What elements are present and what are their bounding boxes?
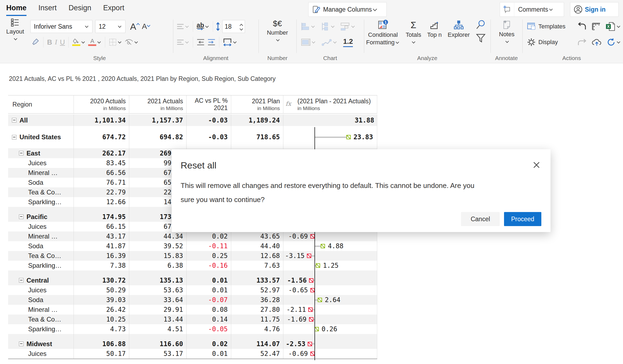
redo-button[interactable] (576, 36, 588, 48)
actuals-2020-cell[interactable]: 41.87 (74, 241, 129, 251)
region-cell[interactable]: Tea & Co… (8, 251, 74, 261)
row-height-input[interactable]: 18 (222, 20, 245, 33)
resize-button[interactable] (590, 21, 602, 32)
filter-button[interactable] (476, 34, 486, 43)
templates-button[interactable]: Templates (526, 21, 574, 32)
ac-vs-pl-cell[interactable]: 0.14 (187, 315, 231, 324)
region-cell[interactable]: Mineral … (8, 305, 74, 315)
variance-chart-cell[interactable]: 23.83 (283, 126, 377, 148)
font-color-button[interactable]: A (87, 36, 103, 48)
plan-2021-cell[interactable]: 52.47 (231, 349, 283, 359)
plan-2021-cell[interactable]: 36.28 (231, 295, 283, 305)
actuals-2021-cell[interactable]: 44.34 (129, 231, 187, 241)
italic-button[interactable]: I (54, 36, 59, 48)
ac-vs-pl-cell[interactable]: -0.07 (187, 295, 231, 305)
clear-formatting-button[interactable] (123, 36, 140, 48)
region-cell[interactable]: Juices (8, 158, 74, 168)
actuals-2021-cell[interactable]: 1,157.37 (129, 114, 187, 126)
table-row[interactable]: Sparkling…7.386.38-0.167.631.25 (8, 261, 377, 270)
ac-vs-pl-cell[interactable]: -0.03 (187, 114, 231, 126)
actuals-2020-cell[interactable]: 7.38 (74, 261, 129, 270)
actuals-2021-cell[interactable]: 116.60 (129, 339, 187, 349)
header-ac-vs-pl[interactable]: AC vs PL %2021 (187, 95, 231, 113)
hierarchy-chart-button[interactable] (319, 21, 336, 32)
sync-button[interactable] (605, 36, 622, 48)
table-row[interactable]: Midwest106.88116.600.02114.07-2.53 (8, 339, 377, 349)
actuals-2021-cell[interactable]: 29.91 (129, 305, 187, 315)
table-row[interactable]: Central130.72135.130.01133.57-1.56 (8, 275, 377, 285)
actuals-2021-cell[interactable]: 135.13 (129, 275, 187, 285)
column-width-button[interactable] (221, 36, 238, 48)
region-cell[interactable]: Tea & Co… (8, 315, 74, 324)
shrink-font-button[interactable]: A (141, 21, 151, 32)
actuals-2021-cell[interactable]: 39.52 (129, 241, 187, 251)
region-cell[interactable]: Juices (8, 222, 74, 231)
underline-button[interactable]: U (58, 36, 66, 48)
collapse-icon[interactable] (19, 342, 24, 346)
region-cell[interactable]: Pacific (8, 212, 74, 222)
region-cell[interactable]: United States (8, 126, 74, 148)
actuals-2020-cell[interactable]: 262.17 (74, 148, 129, 158)
table-row[interactable]: Soda39.0333.64-0.0736.282.64 (8, 295, 377, 305)
proceed-button[interactable]: Proceed (504, 212, 541, 226)
decimal-places-button[interactable]: 1.2 (342, 36, 354, 48)
sign-in-button[interactable]: Sign in (570, 2, 619, 17)
actuals-2020-cell[interactable]: 106.88 (74, 339, 129, 349)
ac-vs-pl-cell[interactable]: 0.01 (187, 285, 231, 295)
table-chart-button[interactable] (300, 36, 317, 48)
notes-button[interactable]: Notes (493, 19, 520, 44)
header-region[interactable]: Region (8, 95, 74, 113)
plan-2021-cell[interactable]: 114.07 (231, 339, 283, 349)
plan-2021-cell[interactable]: 27.80 (231, 305, 283, 315)
manage-columns-button[interactable]: Manage Columns (308, 2, 387, 17)
top-n-button[interactable]: Top n (427, 19, 442, 38)
tab-home[interactable]: Home (6, 0, 26, 16)
display-button[interactable]: Display (526, 36, 574, 48)
variance-chart-cell[interactable]: -0.69 (283, 231, 377, 241)
plan-2021-cell[interactable]: 1,189.24 (231, 114, 283, 126)
region-cell[interactable]: Sparkling… (8, 324, 74, 334)
ac-vs-pl-cell[interactable]: -0.03 (187, 126, 231, 148)
plan-2021-cell[interactable]: 12.68 (231, 251, 283, 261)
grow-font-button[interactable]: A (129, 21, 141, 32)
variance-chart-cell[interactable]: -0.65 (283, 285, 377, 295)
ac-vs-pl-cell[interactable]: 0.25 (187, 251, 231, 261)
variance-chart-cell[interactable]: 1.25 (283, 261, 377, 270)
actuals-2021-cell[interactable]: 15.83 (129, 251, 187, 261)
actuals-2020-cell[interactable]: 39.03 (74, 295, 129, 305)
font-size-select[interactable]: 12 (95, 20, 125, 33)
actuals-2021-cell[interactable]: 13.44 (129, 315, 187, 324)
totals-button[interactable]: Σ Totals (406, 19, 421, 44)
plan-2021-cell[interactable]: 718.65 (231, 126, 283, 148)
collapse-icon[interactable] (19, 214, 24, 219)
comments-button[interactable]: Comments (500, 2, 564, 17)
variance-chart-cell[interactable]: -3.15 (283, 251, 377, 261)
region-cell[interactable]: Central (8, 275, 74, 285)
actuals-2020-cell[interactable]: 10.25 (74, 315, 129, 324)
actuals-2020-cell[interactable]: 22.79 (74, 187, 129, 197)
variance-chart-cell[interactable]: -1.56 (283, 275, 377, 285)
line-chart-button[interactable] (320, 36, 339, 48)
region-cell[interactable]: All (8, 114, 74, 126)
actuals-2021-cell[interactable]: 33.64 (129, 295, 187, 305)
variance-chart-cell[interactable]: 4.88 (283, 241, 377, 251)
table-row[interactable]: Mineral …43.1744.340.0243.65-0.69 (8, 231, 377, 241)
variance-chart-cell[interactable]: 2.64 (283, 295, 377, 305)
plan-2021-cell[interactable]: 133.57 (231, 275, 283, 285)
ac-vs-pl-cell[interactable]: 0.01 (187, 275, 231, 285)
actuals-2020-cell[interactable]: 174.95 (74, 212, 129, 222)
actuals-2020-cell[interactable]: 674.72 (74, 126, 129, 148)
collapse-icon[interactable] (12, 118, 16, 123)
actuals-2021-cell[interactable]: 694.82 (129, 126, 187, 148)
region-cell[interactable]: East (8, 148, 74, 158)
ac-vs-pl-cell[interactable]: 0.08 (187, 305, 231, 315)
collapse-icon[interactable] (19, 278, 24, 283)
borders-button[interactable] (107, 36, 123, 48)
region-cell[interactable]: Midwest (8, 339, 74, 349)
tab-design[interactable]: Design (69, 0, 91, 15)
table-row[interactable]: Juices50.2953.630.0152.97-0.65 (8, 285, 377, 295)
wrap-text-button[interactable]: ab (195, 21, 211, 32)
header-2020-actuals[interactable]: 2020 Actualsin Millions (74, 95, 129, 113)
variance-chart-cell[interactable]: 0.26 (283, 324, 377, 334)
actuals-2020-cell[interactable]: 76.71 (74, 178, 129, 187)
